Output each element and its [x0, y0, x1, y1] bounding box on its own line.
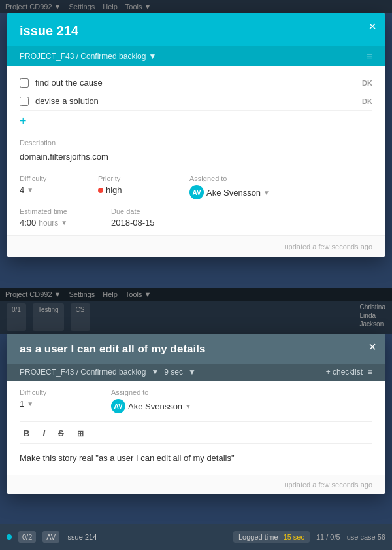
modal2-menu-icon[interactable]: ≡ [368, 368, 372, 377]
fields-row-2: Estimated time 4:00 hours ▼ Due date 201… [20, 207, 372, 228]
priority-dot-icon [98, 188, 103, 193]
toolbar-strikethrough-button[interactable]: S [54, 427, 68, 439]
bottom-bar-issue-title: issue 214 [66, 533, 97, 541]
modal2-footer: updated a few seconds ago [7, 475, 385, 494]
modal2-difficulty-value-row: 1 ▼ [20, 399, 85, 409]
fields-row-1: Difficulty 4 ▼ Priority high Assigned to… [20, 175, 372, 199]
modal1-breadcrumb: PROJECT_F43 / Confirmed backlog ▼ [20, 52, 156, 61]
modal2-subheader: PROJECT_F43 / Confirmed backlog ▼ 9 sec … [7, 364, 385, 381]
difficulty-value-row: 4 ▼ [20, 185, 85, 195]
bottom-bar-icon: 0/2 [18, 531, 36, 543]
modal-user-details: as a user I can edit all of my details ×… [7, 334, 385, 494]
priority-value-row: high [98, 185, 176, 195]
modal1-footer: updated a few seconds ago [7, 235, 385, 257]
assigned-avatar: AV [189, 185, 204, 199]
toolbar-table-button[interactable]: ⊞ [73, 427, 88, 439]
priority-value: high [106, 185, 122, 195]
modal2-body: Difficulty 1 ▼ Assigned to AV Ake Svenss… [7, 381, 385, 475]
difficulty-value: 4 [20, 185, 24, 195]
modal2-breadcrumb-arrow[interactable]: ▼ [151, 368, 159, 377]
bottom-bar-logged-value: 15 sec [284, 533, 304, 541]
assigned-name: Ake Svensson [206, 188, 261, 198]
modal2-checklist-button[interactable]: + checklist [326, 368, 363, 377]
story-text: Make this story real "as a user I can ed… [20, 449, 372, 467]
description-text: domain.filtersjoifhs.com [20, 149, 372, 167]
checklist-item-1-text: find out the cause [35, 78, 362, 88]
modal2-difficulty-value: 1 [20, 399, 24, 409]
difficulty-dropdown-arrow[interactable]: ▼ [27, 186, 33, 194]
add-checklist-item-button[interactable]: + [20, 111, 372, 132]
modal2-time-badge: 9 sec [164, 368, 183, 377]
due-date-field: Due date 2018-08-15 [111, 207, 176, 228]
bottom-bar-status-dot [7, 534, 12, 540]
description-label: Description [20, 139, 372, 146]
modal2-difficulty-field: Difficulty 1 ▼ [20, 388, 85, 413]
modal2-title: as a user I can edit all of my details [20, 343, 372, 356]
modal1-updated-text: updated a few seconds ago [284, 243, 372, 250]
checklist-item-1-badge: DK [362, 79, 372, 87]
modal1-header: issue 214 × [7, 13, 385, 46]
modal1-close-button[interactable]: × [368, 20, 376, 33]
modal2-time-arrow[interactable]: ▼ [188, 368, 196, 377]
modal2-breadcrumb-text: PROJECT_F43 / Confirmed backlog [20, 368, 146, 377]
modal1-title: issue 214 [20, 24, 372, 39]
estimated-field: Estimated time 4:00 hours ▼ [20, 207, 85, 228]
bottom-bar: 0/2 AV issue 214 Logged time 15 sec 11 /… [0, 524, 392, 550]
modal2-assigned-field: Assigned to AV Ake Svensson ▼ [111, 388, 209, 413]
modal2-difficulty-dropdown-arrow[interactable]: ▼ [27, 400, 33, 407]
modal2-close-button[interactable]: × [368, 340, 376, 353]
checklist-item-2-badge: DK [362, 97, 372, 105]
estimated-unit: hours [39, 218, 58, 228]
priority-label: Priority [98, 175, 176, 182]
difficulty-field: Difficulty 4 ▼ [20, 175, 85, 195]
modal2-updated-text: updated a few seconds ago [284, 481, 372, 489]
checklist-item-2-text: devise a solution [35, 96, 362, 106]
bottom-bar-right-text: 11 / 0/5 [316, 533, 340, 541]
modal2-assigned-avatar: AV [111, 399, 125, 413]
assigned-value-row: AV Ake Svensson ▼ [189, 185, 287, 199]
modal2-difficulty-label: Difficulty [20, 388, 85, 396]
toolbar-italic-button[interactable]: I [39, 427, 49, 439]
modal2-subheader-left: PROJECT_F43 / Confirmed backlog ▼ 9 sec … [20, 368, 196, 377]
modal2-assigned-label: Assigned to [111, 388, 209, 396]
checklist-item-2-checkbox[interactable] [20, 97, 29, 106]
bottom-bar-logged: Logged time 15 sec [233, 531, 310, 543]
difficulty-label: Difficulty [20, 175, 85, 182]
modal2-assigned-dropdown-arrow[interactable]: ▼ [185, 403, 191, 410]
bottom-bar-logged-label: Logged time [238, 533, 278, 541]
modal2-header: as a user I can edit all of my details × [7, 334, 385, 364]
modal2-assigned-value-row: AV Ake Svensson ▼ [111, 399, 209, 413]
modal1-subheader: PROJECT_F43 / Confirmed backlog ▼ ≡ [7, 46, 385, 66]
due-value-row: 2018-08-15 [111, 218, 176, 228]
assigned-label: Assigned to [189, 175, 287, 182]
estimated-value: 4:00 [20, 218, 36, 228]
assigned-dropdown-arrow[interactable]: ▼ [263, 189, 270, 196]
modal1-breadcrumb-text: PROJECT_F43 / Confirmed backlog [20, 52, 146, 61]
modal2-subheader-right: + checklist ≡ [326, 368, 372, 377]
estimated-dropdown-arrow[interactable]: ▼ [61, 219, 67, 226]
modal2-fields-row: Difficulty 1 ▼ Assigned to AV Ake Svenss… [20, 388, 372, 413]
estimated-label: Estimated time [20, 207, 85, 215]
priority-field: Priority high [98, 175, 176, 195]
checklist-item-2: devise a solution DK [20, 92, 372, 111]
due-label: Due date [111, 207, 176, 215]
bottom-bar-badge: 0/2 [22, 533, 32, 541]
modal1-body: find out the cause DK devise a solution … [7, 66, 385, 235]
bottom-bar-avatar-icon: AV [42, 531, 59, 543]
assigned-field: Assigned to AV Ake Svensson ▼ [189, 175, 287, 199]
due-value: 2018-08-15 [111, 218, 155, 228]
toolbar-bold-button[interactable]: B [20, 427, 33, 439]
modal1-breadcrumb-arrow[interactable]: ▼ [148, 52, 156, 61]
checklist-item-1-checkbox[interactable] [20, 78, 29, 88]
modal-issue-214: issue 214 × PROJECT_F43 / Confirmed back… [7, 13, 385, 257]
bottom-bar-use-case: use case 56 [347, 533, 385, 541]
estimated-value-row: 4:00 hours ▼ [20, 218, 85, 228]
modal2-assigned-name: Ake Svensson [128, 402, 182, 411]
bottom-bar-avatar-text: AV [46, 533, 56, 541]
checklist-item-1: find out the cause DK [20, 74, 372, 92]
editor-toolbar: B I S ⊞ [20, 421, 372, 444]
modal1-menu-icon[interactable]: ≡ [367, 50, 372, 62]
